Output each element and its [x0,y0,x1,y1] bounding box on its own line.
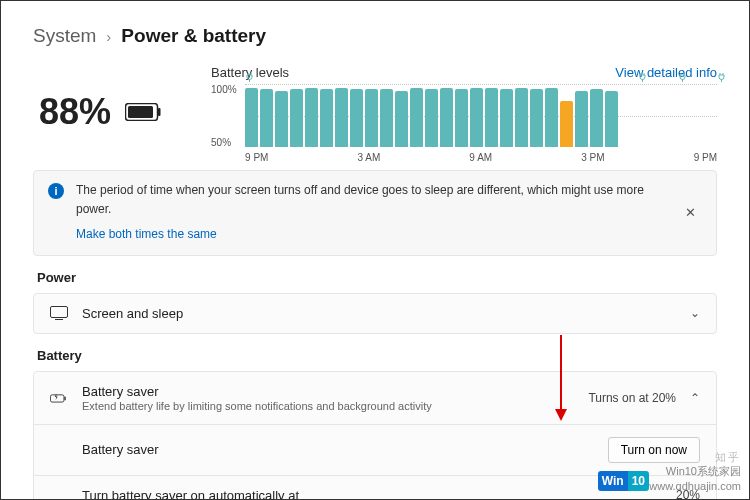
chart-bar [590,89,603,147]
row-label: Screen and sleep [82,306,676,321]
chart-bar [425,89,438,147]
plug-icon [717,73,726,82]
chart-y-axis: 100% 50% [211,84,237,148]
battery-saver-toggle-row: Battery saver Turn on now [34,424,716,475]
battery-percent-block: 88% [33,65,161,133]
chart-bar [485,88,498,147]
chart-bar [395,91,408,147]
svg-rect-3 [51,307,68,318]
chart-bar [290,89,303,147]
svg-rect-2 [128,106,153,118]
battery-icon [125,103,161,121]
chart-bar [305,88,318,147]
breadcrumb: System › Power & battery [33,25,717,47]
battery-section-heading: Battery [37,348,717,363]
chevron-right-icon: › [106,28,111,45]
breadcrumb-system[interactable]: System [33,25,96,47]
row-label: Battery saver [82,442,594,457]
chevron-up-icon: ⌃ [690,391,700,405]
chart-bar [365,89,378,147]
chart-bar [350,89,363,147]
chart-bar [245,88,258,147]
banner-text: The period of time when your screen turn… [76,183,644,216]
plug-icon [638,73,647,82]
screen-sleep-row[interactable]: Screen and sleep ⌄ [33,293,717,334]
battery-saver-auto-row: Turn battery saver on automatically at 2… [34,475,716,500]
info-icon: i [48,183,64,199]
battery-percent: 88% [39,91,111,133]
power-tip-banner: i The period of time when your screen tu… [33,170,717,256]
chart-bars [245,84,717,148]
chart-bar [545,88,558,147]
chart-bar [605,91,618,147]
close-icon[interactable]: ✕ [679,203,702,222]
chart-bar [500,89,513,147]
screen-icon [50,306,68,320]
chart-bar [530,89,543,147]
chart-x-axis: 9 PM3 AM9 AM3 PM9 PM [245,148,717,163]
auto-value[interactable]: 20% [676,488,700,500]
chart-bar [380,89,393,147]
svg-rect-1 [158,108,161,116]
row-label: Turn battery saver on automatically at [82,488,662,500]
chart-bar [320,89,333,147]
row-title: Battery saver [82,384,574,399]
battery-saver-header-row[interactable]: Battery saver Extend battery life by lim… [34,372,716,424]
svg-rect-6 [64,396,65,400]
power-section-heading: Power [37,270,717,285]
battery-chart: Battery levels View detailed info 100% 5… [211,65,717,156]
svg-rect-5 [50,394,64,401]
page-title: Power & battery [121,25,266,47]
status-badge: Turns on at 20% [588,391,676,405]
view-detailed-link[interactable]: View detailed info [615,65,717,80]
battery-saver-card: Battery saver Extend battery life by lim… [33,371,717,500]
chart-bar [260,89,273,147]
chart-bar [560,101,573,147]
chart-bar [440,88,453,147]
chart-bar [515,88,528,147]
chart-bar [410,88,423,147]
chart-bar [335,88,348,147]
chart-bar [575,91,588,147]
chart-bar [470,88,483,147]
row-subtitle: Extend battery life by limiting some not… [82,400,574,412]
chart-bar [275,91,288,147]
chart-bar [455,89,468,147]
chevron-down-icon: ⌄ [690,306,700,320]
battery-saver-icon [50,392,68,404]
plug-icon [245,73,254,82]
turn-on-now-button[interactable]: Turn on now [608,437,700,463]
make-same-link[interactable]: Make both times the same [76,225,667,244]
plug-icon [678,73,687,82]
